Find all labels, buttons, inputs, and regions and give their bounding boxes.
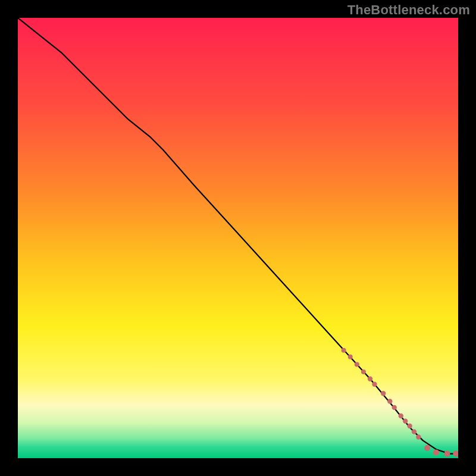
watermark-text: TheBottleneck.com <box>347 2 470 18</box>
marker-dot <box>433 449 439 455</box>
marker-dot <box>387 399 392 403</box>
marker-dot <box>342 348 346 353</box>
marker-dot <box>424 445 430 451</box>
marker-dot <box>368 377 372 381</box>
marker-dot <box>355 362 359 367</box>
marker-dot <box>372 382 377 387</box>
marker-dot <box>348 355 353 359</box>
marker-dot <box>403 419 408 424</box>
marker-dot <box>412 429 416 434</box>
marker-dot <box>416 434 421 439</box>
marker-dot <box>392 405 397 410</box>
marker-dot <box>361 369 366 374</box>
bottleneck-chart <box>18 18 458 458</box>
marker-dot <box>444 451 450 457</box>
marker-dot <box>381 391 386 396</box>
marker-dot <box>407 424 412 428</box>
chart-background <box>18 18 458 458</box>
marker-dot <box>399 414 403 418</box>
chart-frame: TheBottleneck.com <box>0 0 476 476</box>
